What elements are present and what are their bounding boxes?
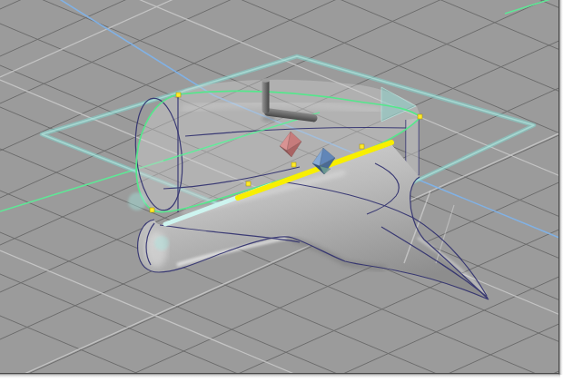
- cv-point[interactable]: [246, 181, 251, 186]
- cv-point[interactable]: [418, 114, 422, 119]
- viewport-3d[interactable]: [0, 0, 573, 392]
- cv-point[interactable]: [150, 208, 154, 212]
- cv-point[interactable]: [291, 162, 296, 167]
- cv-point[interactable]: [360, 144, 364, 149]
- elbow-top-cap: [262, 78, 269, 82]
- cv-point[interactable]: [176, 93, 181, 97]
- elbow-vertical-arm: [262, 79, 270, 113]
- screenshot-frame: [0, 0, 573, 392]
